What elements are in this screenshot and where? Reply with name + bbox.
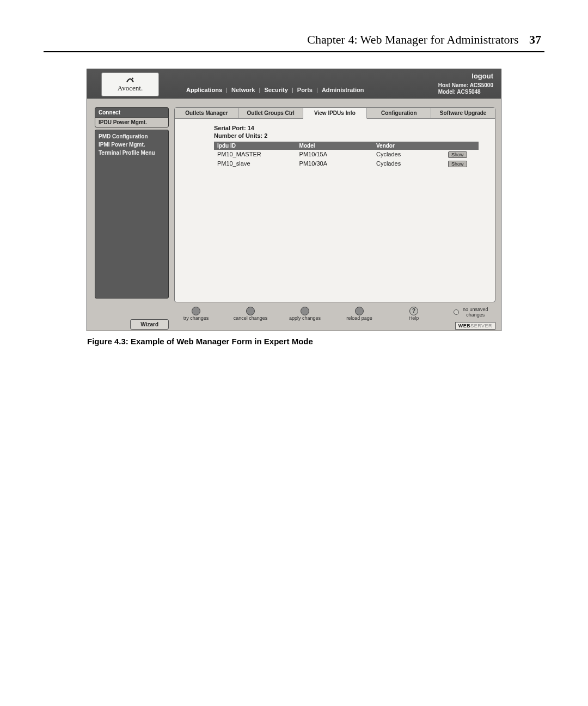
host-info: Host Name: ACS5000 Model: ACS5048	[438, 82, 493, 95]
main-nav: Applications | Network | Security | Port…	[185, 87, 365, 93]
table-header: Ipdu ID Model Vendor	[214, 142, 479, 150]
nav-administration[interactable]: Administration	[322, 87, 364, 93]
sidebar-tab-connect[interactable]: Connect	[95, 107, 169, 118]
content-area: Outlets Manager Outlet Groups Ctrl View …	[174, 107, 495, 302]
nav-network[interactable]: Network	[231, 87, 255, 93]
model-name: Model: ACS5048	[438, 89, 493, 95]
sidebar: Connect IPDU Power Mgmt. PMD Configurati…	[95, 107, 169, 330]
screenshot: Avocent. logout Host Name: ACS5000 Model…	[87, 69, 501, 331]
cell-model: PM10/15A	[296, 150, 373, 159]
figure-caption: Figure 4.3: Example of Web Manager Form …	[87, 337, 313, 346]
status-dot-icon	[454, 309, 459, 315]
try-changes-button[interactable]: try changes	[174, 307, 218, 321]
tab-view-ipdus[interactable]: View IPDUs Info	[303, 108, 367, 119]
tab-software-upgrade[interactable]: Software Upgrade	[431, 108, 495, 118]
dot-icon	[246, 307, 255, 315]
sidebar-item-terminal[interactable]: Terminal Profile Menu	[99, 149, 165, 157]
brand-text: Avocent.	[118, 84, 143, 93]
cell-vendor: Cyclades	[373, 159, 445, 168]
col-ipdu-id: Ipdu ID	[214, 142, 296, 150]
dot-icon	[301, 307, 309, 315]
cancel-changes-button[interactable]: cancel changes	[229, 307, 272, 321]
subtab-bar: Outlets Manager Outlet Groups Ctrl View …	[175, 108, 495, 119]
brand-logo: Avocent.	[101, 72, 159, 96]
show-button[interactable]: Show	[448, 151, 467, 158]
nav-security[interactable]: Security	[264, 87, 287, 93]
ipdu-table: Ipdu ID Model Vendor PM10_MASTER PM10/15…	[214, 142, 479, 168]
tab-outlet-groups[interactable]: Outlet Groups Ctrl	[239, 108, 303, 118]
nav-ports[interactable]: Ports	[297, 87, 313, 93]
help-icon: ?	[409, 307, 418, 315]
units-label: Number of Units: 2	[214, 132, 495, 139]
dot-icon	[355, 307, 364, 315]
info-block: Serial Port: 14 Number of Units: 2	[175, 119, 495, 142]
serial-port-label: Serial Port: 14	[214, 124, 495, 132]
svg-point-0	[132, 78, 133, 80]
sidebar-item-ipmi[interactable]: IPMI Power Mgmt.	[99, 141, 165, 149]
cell-vendor: Cyclades	[373, 150, 445, 159]
nav-applications[interactable]: Applications	[186, 87, 222, 93]
col-vendor: Vendor	[373, 142, 445, 150]
top-bar: Avocent. logout Host Name: ACS5000 Model…	[87, 69, 501, 99]
apply-changes-button[interactable]: apply changes	[283, 307, 327, 321]
bottom-bar: try changes cancel changes apply changes…	[174, 303, 495, 321]
dot-icon	[192, 307, 200, 315]
tab-outlets-manager[interactable]: Outlets Manager	[175, 108, 239, 118]
page-number: 37	[529, 33, 541, 46]
cell-id: PM10_MASTER	[214, 150, 296, 159]
reload-page-button[interactable]: reload page	[338, 307, 381, 321]
tab-configuration[interactable]: Configuration	[367, 108, 431, 118]
show-button[interactable]: Show	[448, 161, 467, 167]
sidebar-panel: PMD Configuration IPMI Power Mgmt. Termi…	[95, 130, 169, 299]
host-name: Host Name: ACS5000	[438, 82, 493, 89]
help-button[interactable]: ? Help	[392, 307, 436, 321]
col-model: Model	[296, 142, 373, 150]
unsaved-status: no unsaved changes	[446, 307, 495, 318]
page-header: Chapter 4: Web Manager for Administrator…	[44, 33, 544, 47]
sidebar-item-pmd[interactable]: PMD Configuration	[99, 132, 165, 141]
logout-link[interactable]: logout	[471, 72, 493, 80]
cell-model: PM10/30A	[296, 159, 373, 168]
logo-icon	[125, 76, 135, 84]
cell-id: PM10_slave	[214, 159, 296, 168]
webserver-badge: WEBSERVER	[455, 322, 495, 330]
header-rule	[44, 51, 544, 52]
table-row: PM10_slave PM10/30A Cyclades Show	[214, 159, 479, 168]
wizard-button[interactable]: Wizard	[130, 319, 169, 330]
sidebar-tab-ipdu[interactable]: IPDU Power Mgmt.	[95, 117, 169, 127]
table-row: PM10_MASTER PM10/15A Cyclades Show	[214, 150, 479, 159]
chapter-title: Chapter 4: Web Manager for Administrator…	[307, 33, 518, 46]
